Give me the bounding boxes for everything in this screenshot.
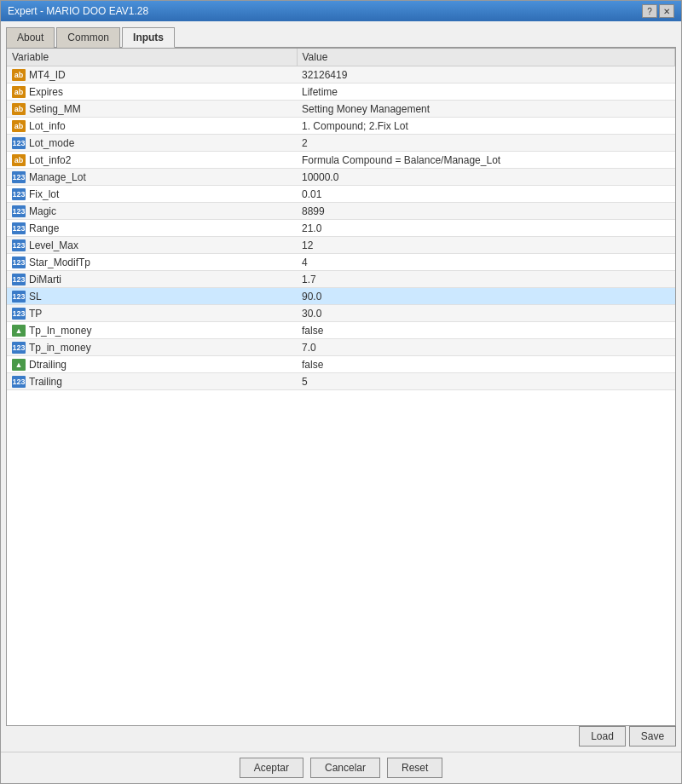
type-icon: ▲ [12, 325, 26, 337]
table-container[interactable]: Variable Value ab MT4_ID 32126419 ab Exp… [7, 49, 675, 725]
table-row[interactable]: 123 Magic 8899 [7, 203, 675, 220]
value-cell: 12 [297, 237, 675, 254]
variable-name: Tp_In_money [29, 325, 91, 337]
table-row[interactable]: 123 TP 30.0 [7, 305, 675, 322]
tab-content: Variable Value ab MT4_ID 32126419 ab Exp… [6, 48, 676, 726]
save-button[interactable]: Save [629, 726, 676, 747]
table-row[interactable]: 123 SL 90.0 [7, 288, 675, 305]
value-cell: 2 [297, 135, 675, 152]
value-cell: 5 [297, 373, 675, 390]
table-row[interactable]: ab Lot_info 1. Compound; 2.Fix Lot [7, 118, 675, 135]
variable-cell: 123 Lot_mode [7, 135, 297, 152]
table-row[interactable]: 123 Manage_Lot 10000.0 [7, 169, 675, 186]
value-cell: false [297, 356, 675, 373]
close-button[interactable]: ✕ [659, 4, 674, 18]
variable-cell: 123 SL [7, 288, 297, 305]
table-row[interactable]: ab Seting_MM Setting Money Management [7, 101, 675, 118]
type-icon: 123 [12, 188, 26, 200]
value-cell: false [297, 322, 675, 339]
variable-name: Manage_Lot [29, 171, 86, 183]
type-icon: 123 [12, 222, 26, 234]
variable-cell: 123 Trailing [7, 373, 297, 390]
table-row[interactable]: 123 Range 21.0 [7, 220, 675, 237]
table-body: ab MT4_ID 32126419 ab Expires Lifetime a… [7, 66, 675, 390]
col-variable: Variable [7, 49, 297, 66]
table-row[interactable]: ab Lot_info2 Formula Compound = Balance/… [7, 152, 675, 169]
footer-buttons: Aceptar Cancelar Reset [1, 752, 681, 783]
table-row[interactable]: ▲ Tp_In_money false [7, 322, 675, 339]
cancelar-button[interactable]: Cancelar [310, 758, 380, 778]
main-window: Expert - MARIO DOO EAV1.28 ? ✕ About Com… [0, 0, 682, 784]
table-row[interactable]: 123 DiMarti 1.7 [7, 271, 675, 288]
value-cell: 30.0 [297, 305, 675, 322]
type-icon: ab [12, 86, 26, 98]
variable-cell: 123 Level_Max [7, 237, 297, 254]
value-cell: 4 [297, 254, 675, 271]
value-cell: 7.0 [297, 339, 675, 356]
variable-name: Range [29, 222, 59, 234]
variable-cell: 123 Star_ModifTp [7, 254, 297, 271]
tab-inputs[interactable]: Inputs [122, 27, 175, 48]
type-icon: ab [12, 120, 26, 132]
variable-name: Lot_info [29, 120, 66, 132]
type-icon: 123 [12, 274, 26, 285]
table-row[interactable]: 123 Level_Max 12 [7, 237, 675, 254]
variable-name: MT4_ID [29, 69, 66, 81]
variable-cell: ab Expires [7, 84, 297, 101]
variables-table: Variable Value ab MT4_ID 32126419 ab Exp… [7, 49, 675, 390]
aceptar-button[interactable]: Aceptar [240, 758, 303, 778]
load-button[interactable]: Load [579, 726, 626, 747]
variable-cell: 123 Range [7, 220, 297, 237]
tab-about[interactable]: About [6, 27, 55, 48]
variable-cell: 123 Tp_in_money [7, 339, 297, 356]
variable-cell: ▲ Dtrailing [7, 356, 297, 373]
variable-name: Expires [29, 86, 63, 98]
col-value: Value [297, 49, 675, 66]
variable-name: Fix_lot [29, 188, 59, 200]
reset-button[interactable]: Reset [387, 758, 442, 778]
variable-cell: ab Lot_info2 [7, 152, 297, 169]
value-cell: 10000.0 [297, 169, 675, 186]
value-cell: Setting Money Management [297, 101, 675, 118]
table-row[interactable]: 123 Lot_mode 2 [7, 135, 675, 152]
type-icon: 123 [12, 257, 26, 268]
variable-cell: ab Seting_MM [7, 101, 297, 118]
variable-cell: ▲ Tp_In_money [7, 322, 297, 339]
value-cell: 32126419 [297, 66, 675, 84]
variable-cell: ab MT4_ID [7, 66, 297, 84]
type-icon: 123 [12, 239, 26, 251]
table-row[interactable]: ab Expires Lifetime [7, 84, 675, 101]
variable-name: DiMarti [29, 274, 61, 285]
table-row[interactable]: 123 Fix_lot 0.01 [7, 186, 675, 203]
value-cell: 1. Compound; 2.Fix Lot [297, 118, 675, 135]
side-buttons: Load Save [6, 726, 676, 747]
type-icon: ▲ [12, 359, 26, 371]
variable-cell: 123 Manage_Lot [7, 169, 297, 186]
value-cell: 0.01 [297, 186, 675, 203]
tab-common[interactable]: Common [56, 27, 120, 48]
table-row[interactable]: 123 Trailing 5 [7, 373, 675, 390]
table-row[interactable]: ab MT4_ID 32126419 [7, 66, 675, 84]
type-icon: 123 [12, 205, 26, 217]
type-icon: ab [12, 154, 26, 166]
variable-name: Magic [29, 205, 56, 217]
window-title: Expert - MARIO DOO EAV1.28 [8, 5, 148, 17]
table-header: Variable Value [7, 49, 675, 66]
variable-name: Dtrailing [29, 359, 66, 371]
variable-name: Tp_in_money [29, 342, 91, 354]
variable-cell: 123 Magic [7, 203, 297, 220]
value-cell: 21.0 [297, 220, 675, 237]
table-row[interactable]: ▲ Dtrailing false [7, 356, 675, 373]
type-icon: ab [12, 103, 26, 115]
value-cell: 1.7 [297, 271, 675, 288]
variable-name: SL [29, 291, 42, 303]
variable-cell: 123 TP [7, 305, 297, 322]
type-icon: 123 [12, 308, 26, 320]
window-content: About Common Inputs Variable Value ab [1, 21, 681, 752]
type-icon: 123 [12, 376, 26, 388]
variable-name: Star_ModifTp [29, 257, 90, 268]
table-row[interactable]: 123 Tp_in_money 7.0 [7, 339, 675, 356]
help-button[interactable]: ? [642, 4, 657, 18]
value-cell: 90.0 [297, 288, 675, 305]
table-row[interactable]: 123 Star_ModifTp 4 [7, 254, 675, 271]
